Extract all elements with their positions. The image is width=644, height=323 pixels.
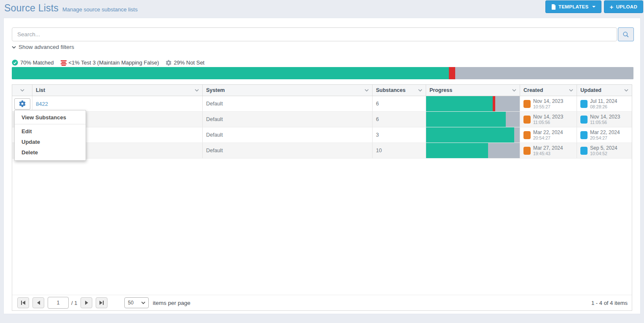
substances-cell: 6 [373,112,426,127]
header-actions: TEMPLATES + UPLOAD [545,0,643,13]
created-date: Nov 14, 2023 [533,114,563,120]
previous-page-button[interactable] [32,297,44,308]
chevron-down-icon[interactable] [512,89,516,92]
created-cell: Mar 27, 202419:45:43 [520,143,577,158]
menu-divider [15,124,86,124]
updated-icon [580,131,588,139]
legend-not-set-label: 29% Not Set [174,59,204,66]
first-page-button[interactable] [17,297,29,308]
created-icon [523,131,531,139]
substances-cell: 10 [373,143,426,158]
row-not-set-segment [488,143,520,158]
created-time: 20:54:27 [533,135,563,140]
created-icon [523,100,531,108]
updated-cell: Nov 14, 202311:05:56 [577,112,632,127]
grid-header-substances[interactable]: Substances [373,85,426,96]
table-row: 8422 Default 6 Nov 14, 202310:55:27 Jul … [12,96,632,112]
system-cell: Default [203,96,373,111]
templates-button-label: TEMPLATES [558,4,589,9]
table-row: Default 3 Mar 22, 202420:54:27 Mar 22, 2… [12,127,632,143]
next-page-button[interactable] [80,297,92,308]
stacked-bars-icon [61,60,67,66]
chevron-down-icon [141,301,145,304]
updated-icon [580,147,588,155]
created-cell: Nov 14, 202310:55:27 [520,96,577,111]
items-per-page-label: items per page [153,300,190,306]
page-number-input[interactable] [48,297,69,309]
grid-header-created[interactable]: Created [520,85,577,96]
page-count-label: / 1 [71,300,77,306]
updated-time: 11:05:56 [590,120,620,125]
upload-button[interactable]: + UPLOAD [604,0,643,13]
chevron-down-icon[interactable] [195,89,199,92]
row-not-set-segment [514,127,520,143]
next-page-icon [85,301,88,305]
chevron-down-icon[interactable] [624,89,628,92]
menu-item-delete[interactable]: Delete [15,147,86,158]
column-label: System [206,87,225,93]
row-not-set-segment [506,112,520,127]
menu-item-view-substances[interactable]: View Substances [15,112,86,123]
row-mismatch-segment [493,96,496,111]
row-matched-segment [426,143,488,158]
updated-date: Sep 5, 2024 [590,145,617,151]
list-link[interactable]: 8422 [36,101,48,107]
column-label: List [36,87,45,93]
search-button[interactable] [618,27,634,41]
legend-test3: <1% Test 3 (Maintain Mapping False) [61,59,159,66]
updated-time: 20:54:27 [590,135,620,140]
row-matched-segment [426,112,506,127]
created-cell: Nov 14, 202311:05:56 [520,112,577,127]
grid-header-gear[interactable] [12,85,32,96]
legend-test3-label: <1% Test 3 (Maintain Mapping False) [69,59,159,66]
column-label: Substances [376,87,405,93]
templates-button[interactable]: TEMPLATES [545,0,601,13]
grid-header-progress[interactable]: Progress [426,85,520,96]
substances-cell: 6 [373,96,426,111]
row-progress-bar [426,127,520,143]
advanced-filters-toggle[interactable]: Show advanced filters [12,44,74,50]
page-header: Source Lists Manage source substance lis… [4,0,137,18]
search-icon [623,31,629,38]
menu-item-edit[interactable]: Edit [15,126,86,137]
page-size-select[interactable]: 50 [124,297,149,308]
system-cell: Default [203,112,373,127]
row-not-set-segment [495,96,520,111]
table-row: Default 6 Nov 14, 202311:05:56 Nov 14, 2… [12,112,632,127]
column-label: Created [523,87,543,93]
pager-summary: 1 - 4 of 4 items [591,300,632,306]
row-progress-bar [426,143,520,158]
legend-matched-label: 70% Matched [20,59,54,66]
search-input[interactable] [12,27,617,41]
row-actions-cell [12,96,32,111]
page-size-value: 50 [128,300,133,306]
grid-header-system[interactable]: System [203,85,373,96]
grid-header-row: List System Substances Progress Created … [12,85,632,96]
row-actions-gear-button[interactable] [14,98,30,110]
overall-not-set-segment [455,67,633,79]
created-date: Mar 27, 2024 [533,145,563,151]
upload-button-label: UPLOAD [616,4,637,9]
grid-header-list[interactable]: List [32,85,203,96]
page-subtitle: Manage source substance lists [62,6,137,13]
created-cell: Mar 22, 202420:54:27 [520,127,577,143]
source-lists-page: Source Lists Manage source substance lis… [0,0,644,323]
first-page-icon [21,301,22,305]
chevron-down-icon[interactable] [365,89,369,92]
overall-progress-bar [12,67,633,79]
grid-header-updated[interactable]: Updated [577,85,632,96]
updated-icon [580,116,588,124]
progress-cell [426,96,520,111]
menu-item-update[interactable]: Update [15,137,86,147]
updated-date: Mar 22, 2024 [590,129,620,135]
created-icon [523,116,531,124]
chevron-down-icon[interactable] [418,89,422,92]
progress-cell [426,127,520,143]
substances-cell: 3 [373,127,426,143]
chevron-down-icon[interactable] [569,89,573,92]
last-page-button[interactable] [96,297,107,308]
chevron-down-icon[interactable] [20,89,24,92]
grid-pager: / 1 50 items per page 1 - 4 of 4 items [12,295,632,310]
chevron-down-icon [592,6,596,8]
updated-icon [580,100,588,108]
